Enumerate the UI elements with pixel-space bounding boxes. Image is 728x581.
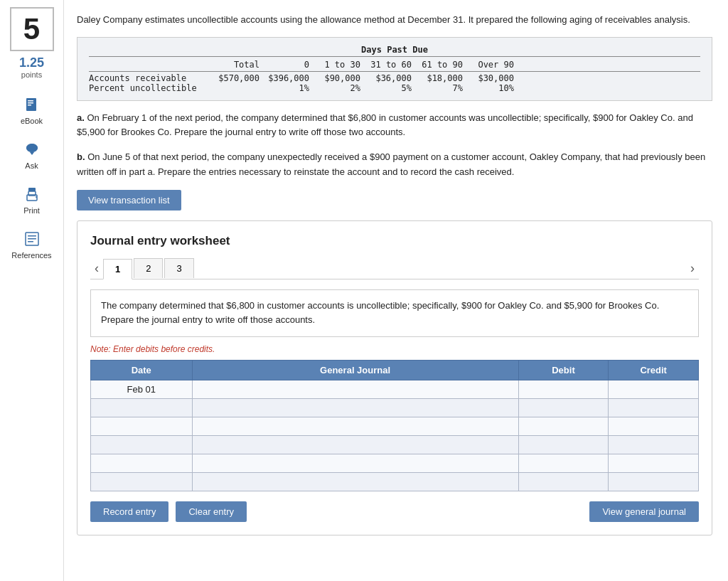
row-5-date <box>91 473 193 491</box>
ar-total: $570,000 <box>203 73 259 83</box>
sidebar-item-ebook-label: eBook <box>21 117 43 125</box>
row-5-debit-cell[interactable] <box>518 473 609 491</box>
row-0-debit-input[interactable] <box>523 384 604 395</box>
row-3-journal-cell[interactable] <box>192 436 518 454</box>
worksheet-card: Journal entry worksheet ‹ 1 2 3 › The co… <box>77 220 712 536</box>
row-2-debit-input[interactable] <box>523 421 604 432</box>
points-label: points <box>21 70 42 79</box>
row-0-journal-cell[interactable] <box>192 380 518 399</box>
row-0-credit-input[interactable] <box>613 384 694 395</box>
col-header-debit: Debit <box>518 361 609 380</box>
row-4-journal-cell[interactable] <box>192 454 518 473</box>
row-3-journal-input[interactable] <box>197 439 514 450</box>
svg-rect-9 <box>28 188 36 191</box>
ar-over90: $30,000 <box>463 73 514 83</box>
row-4-date <box>91 454 193 473</box>
question-text: Daley Company estimates uncollectible ac… <box>77 13 712 27</box>
points-value: 1.25 <box>19 55 44 70</box>
row-0-debit-cell[interactable] <box>518 380 609 399</box>
row-2-journal-input[interactable] <box>197 421 514 432</box>
record-entry-button[interactable]: Record entry <box>90 501 168 522</box>
print-icon <box>22 184 42 204</box>
sidebar-item-ebook[interactable]: eBook <box>0 87 63 132</box>
pct-0: 1% <box>259 83 309 93</box>
view-general-journal-button[interactable]: View general journal <box>589 501 699 522</box>
ar-1-30: $90,000 <box>309 73 360 83</box>
aging-table-header: Days Past Due <box>89 45 700 57</box>
ar-0: $396,000 <box>259 73 309 83</box>
worksheet-title: Journal entry worksheet <box>90 234 699 248</box>
row-1-credit-input[interactable] <box>613 403 694 413</box>
row-4-credit-input[interactable] <box>613 458 694 469</box>
row-5-credit-cell[interactable] <box>609 473 699 491</box>
pct-over90: 10% <box>463 83 514 93</box>
worksheet-buttons: Record entry Clear entry View general jo… <box>90 501 699 522</box>
pct-61-90: 7% <box>412 83 463 93</box>
svg-rect-2 <box>28 102 33 104</box>
row-3-date <box>91 436 193 454</box>
svg-rect-0 <box>26 98 36 111</box>
svg-rect-12 <box>28 235 36 237</box>
row-1-journal-input[interactable] <box>197 403 514 413</box>
svg-rect-14 <box>28 241 33 242</box>
sidebar-item-print[interactable]: Print <box>0 177 63 222</box>
table-row <box>91 473 699 491</box>
main-content: Daley Company estimates uncollectible ac… <box>64 0 728 581</box>
row-0-journal-input[interactable] <box>197 384 514 395</box>
journal-table: Date General Journal Debit Credit Feb 01 <box>90 360 699 491</box>
question-number: 5 <box>23 12 40 46</box>
row-4-journal-input[interactable] <box>197 458 514 469</box>
row-3-debit-input[interactable] <box>523 439 604 450</box>
row-1-credit-cell[interactable] <box>609 399 699 417</box>
tab-1[interactable]: 1 <box>103 259 132 279</box>
row-5-debit-input[interactable] <box>523 476 604 487</box>
tab-navigation: ‹ 1 2 3 › <box>90 258 699 279</box>
row-4-credit-cell[interactable] <box>609 454 699 473</box>
svg-point-10 <box>36 196 37 198</box>
view-transaction-button[interactable]: View transaction list <box>77 190 181 210</box>
row-0-date: Feb 01 <box>91 380 193 399</box>
row-2-debit-cell[interactable] <box>518 417 609 436</box>
row-1-date <box>91 399 193 417</box>
tab-3[interactable]: 3 <box>164 258 193 278</box>
worksheet-note: Note: Enter debits before credits. <box>90 344 699 354</box>
row-3-credit-input[interactable] <box>613 439 694 450</box>
sidebar-item-references-label: References <box>11 251 51 260</box>
clear-entry-button[interactable]: Clear entry <box>176 501 247 522</box>
row-4-debit-cell[interactable] <box>518 454 609 473</box>
table-row <box>91 454 699 473</box>
tab-prev-arrow[interactable]: ‹ <box>90 258 103 279</box>
pct-31-60: 5% <box>360 83 412 93</box>
row-1-debit-cell[interactable] <box>518 399 609 417</box>
row-2-credit-cell[interactable] <box>609 417 699 436</box>
table-row <box>91 436 699 454</box>
sidebar-item-print-label: Print <box>23 206 40 215</box>
row-2-journal-cell[interactable] <box>192 417 518 436</box>
tab-next-arrow[interactable]: › <box>686 258 699 279</box>
row-3-credit-cell[interactable] <box>609 436 699 454</box>
ar-31-60: $36,000 <box>360 73 412 83</box>
sidebar-item-references[interactable]: References <box>0 222 63 267</box>
table-row <box>91 417 699 436</box>
col-header-date: Date <box>91 361 193 380</box>
row-5-credit-input[interactable] <box>613 476 694 487</box>
sidebar-item-ask[interactable]: Ask <box>0 132 63 177</box>
row-1-debit-input[interactable] <box>523 403 604 413</box>
svg-rect-13 <box>28 238 36 240</box>
tab-2[interactable]: 2 <box>134 258 163 278</box>
row-3-debit-cell[interactable] <box>518 436 609 454</box>
row-1-journal-cell[interactable] <box>192 399 518 417</box>
row-5-journal-cell[interactable] <box>192 473 518 491</box>
row-0-credit-cell[interactable] <box>609 380 699 399</box>
svg-rect-3 <box>28 105 31 106</box>
references-icon <box>22 229 42 249</box>
svg-point-6 <box>26 144 38 152</box>
aging-table: Days Past Due Total 0 1 to 30 31 to 60 6… <box>77 37 712 101</box>
row-2-date <box>91 417 193 436</box>
part-b-text: b. On June 5 of that next period, the co… <box>77 150 712 180</box>
pct-1-30: 2% <box>309 83 360 93</box>
book-icon <box>22 95 42 114</box>
row-5-journal-input[interactable] <box>197 476 514 487</box>
row-2-credit-input[interactable] <box>613 421 694 432</box>
row-4-debit-input[interactable] <box>523 458 604 469</box>
